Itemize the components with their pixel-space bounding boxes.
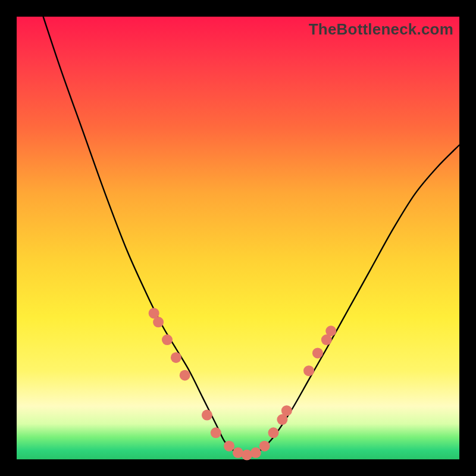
marker-dot [312, 347, 323, 358]
marker-dot [325, 325, 336, 336]
highlight-dots [149, 308, 337, 460]
chart-frame: TheBottleneck.com [0, 0, 476, 476]
marker-dot [250, 447, 261, 458]
marker-dot [162, 334, 173, 345]
marker-dot [180, 370, 190, 381]
marker-dot [202, 410, 212, 421]
bottleneck-curve [43, 17, 459, 455]
marker-dot [281, 405, 292, 416]
marker-dot [171, 352, 181, 363]
marker-dot [268, 427, 279, 438]
plot-area: TheBottleneck.com [17, 17, 459, 459]
marker-dot [259, 441, 270, 452]
marker-dot [303, 365, 314, 376]
curve-svg [17, 17, 459, 459]
marker-dot [211, 427, 221, 438]
marker-dot [224, 441, 234, 452]
marker-dot [153, 317, 164, 327]
